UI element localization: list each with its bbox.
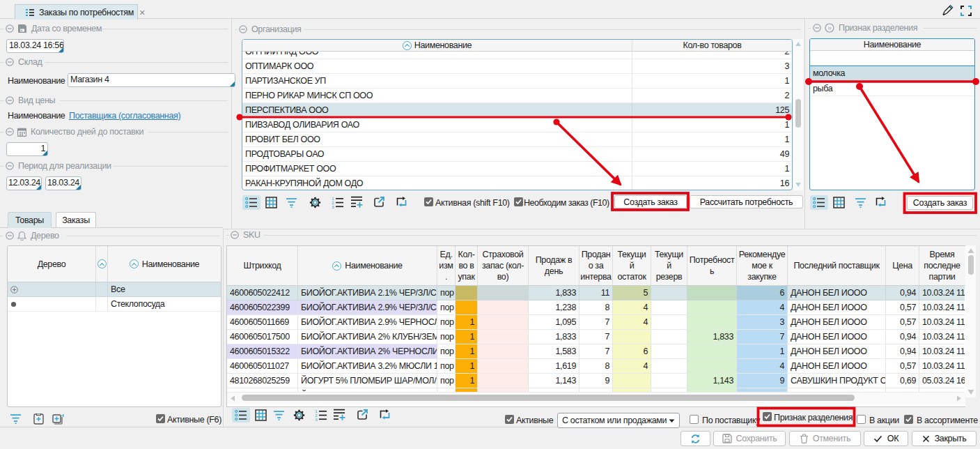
svg-text:3: 3 xyxy=(315,417,318,421)
svg-text:3: 3 xyxy=(332,204,334,208)
svg-text:гр: гр xyxy=(828,26,831,30)
